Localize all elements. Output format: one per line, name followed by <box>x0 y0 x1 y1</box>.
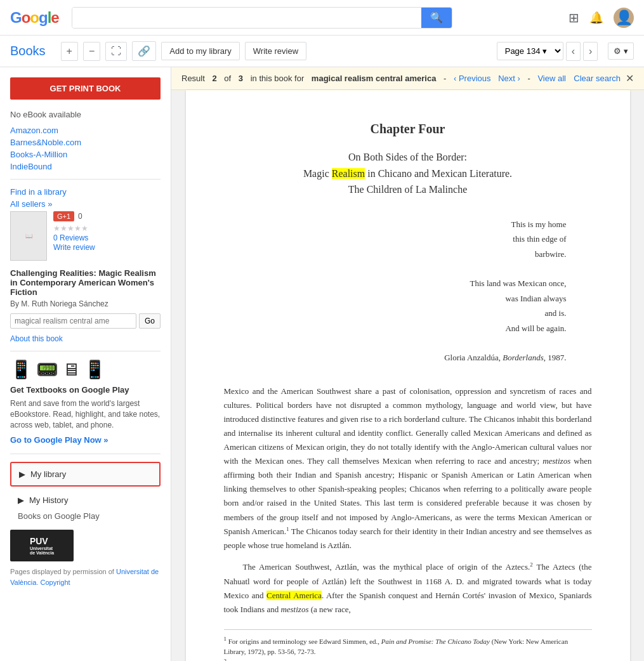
textbooks-desc: Rent and save from the world's largest e… <box>10 398 161 430</box>
textbooks-title: Get Textbooks on Google Play <box>10 385 161 395</box>
poem-line-2: this thin edge of <box>224 232 567 246</box>
textbooks-section: 📱 📟 🖥 📱 Get Textbooks on Google Play Ren… <box>10 359 161 445</box>
add-to-library-button[interactable]: Add to my library <box>161 42 240 60</box>
footnotes: 1 For origins and terminology see Edward… <box>224 629 592 661</box>
of-text: of <box>224 74 231 83</box>
book-subtitle: On Both Sides of the Border: Magic Reali… <box>224 149 592 198</box>
books-toolbar: Books + − ⛶ 🔗 Add to my library Write re… <box>0 36 644 67</box>
book-author: By M. Ruth Noriega Sánchez <box>10 299 161 308</box>
next-result-link[interactable]: Next › <box>498 74 520 83</box>
phone-icon: 📱 <box>10 359 32 380</box>
search-button[interactable]: 🔍 <box>421 8 452 28</box>
my-history-label: My History <box>29 495 68 505</box>
gplus-area: G+1 0 <box>53 211 95 221</box>
poem-line-1: This is my home <box>224 217 567 232</box>
books-title[interactable]: Books <box>10 44 46 58</box>
book-preview: 📖 G+1 0 ★★★★★ 0 Reviews Write review <box>10 211 161 261</box>
get-print-book-button[interactable]: GET PRINT BOOK <box>10 77 161 100</box>
go-to-play-link[interactable]: Go to Google Play Now » <box>10 435 108 445</box>
book-body: Mexico and the American Southwest share … <box>224 384 592 617</box>
poem-line-3: barbwire. <box>224 247 567 261</box>
book-thumbnail: 📖 <box>10 211 47 261</box>
sidebar-divider-2 <box>10 351 161 351</box>
in-book-text: in this book for <box>251 74 305 83</box>
close-banner-button[interactable]: ✕ <box>626 72 634 84</box>
result-number: 2 <box>212 74 216 83</box>
chapter-title: Chapter Four <box>224 122 592 136</box>
fullscreen-button[interactable]: ⛶ <box>105 42 127 61</box>
all-sellers-link[interactable]: All sellers » <box>10 199 161 209</box>
page-select[interactable]: Page 134 ▾ <box>497 42 563 60</box>
poem-line-7: And will be again. <box>224 321 567 336</box>
result-total: 3 <box>239 74 243 83</box>
grid-icon[interactable]: ⊞ <box>568 10 579 25</box>
find-library-link[interactable]: Find in a library <box>10 187 161 197</box>
book-info: G+1 0 ★★★★★ 0 Reviews Write review <box>53 211 95 261</box>
search-in-book: Go <box>10 313 161 329</box>
footnote-1: 1 For origins and terminology see Edward… <box>224 635 592 657</box>
zoom-in-button[interactable]: + <box>61 42 78 61</box>
subtitle-line2-suffix: in Chicano and Mexican Literature. <box>365 168 512 179</box>
top-bar: Google magical realism central america 🔍… <box>0 0 644 36</box>
barnes-link[interactable]: Barnes&Noble.com <box>10 138 161 147</box>
poem-line-6: and is. <box>224 306 567 320</box>
next-page-button[interactable]: › <box>583 42 598 61</box>
settings-icon: ⚙ <box>614 46 621 56</box>
amazon-link[interactable]: Amazon.com <box>10 126 161 135</box>
search-icon: 🔍 <box>430 12 443 23</box>
stars-display: ★★★★★ <box>53 224 95 233</box>
book-search-button[interactable]: Go <box>139 313 161 329</box>
sidebar-divider-1 <box>10 179 161 180</box>
desktop-icon: 🖥 <box>62 359 80 380</box>
avatar[interactable]: 👤 <box>614 8 634 28</box>
main-layout: GET PRINT BOOK No eBook available Amazon… <box>0 67 644 661</box>
about-book-link[interactable]: About this book <box>10 334 63 343</box>
zoom-out-button[interactable]: − <box>83 42 100 61</box>
sidebar: GET PRINT BOOK No eBook available Amazon… <box>0 67 171 661</box>
search-term: magical realism central america <box>312 74 437 83</box>
poem-line-5: was Indian always <box>224 291 567 306</box>
body-paragraph-1: Mexico and the American Southwest share … <box>224 384 592 553</box>
my-history-item[interactable]: ▶ My History <box>10 492 161 509</box>
device-icons: 📱 📟 🖥 📱 <box>10 359 161 380</box>
notifications-icon[interactable]: 🔔 <box>589 11 603 25</box>
content-area: Result 2 of 3 in this book for magical r… <box>171 67 644 661</box>
top-right-icons: ⊞ 🔔 👤 <box>568 8 634 28</box>
poem-line-4: This land was Mexican once, <box>224 276 567 291</box>
permission-text: Pages displayed by permission of Univers… <box>10 566 161 587</box>
result-text: Result <box>181 74 205 83</box>
subtitle-line3: The Children of La Malinche <box>348 184 468 195</box>
publisher-logo: PUV Universitatde València <box>10 530 74 561</box>
search-input[interactable]: magical realism central america <box>72 8 421 28</box>
settings-button[interactable]: ⚙ ▾ <box>608 43 634 60</box>
gplus-button[interactable]: G+1 <box>53 211 74 221</box>
highlighted-phrase: Central America <box>266 591 322 600</box>
link-button[interactable]: 🔗 <box>132 41 156 61</box>
view-all-link[interactable]: View all <box>537 74 566 83</box>
my-library-label: My library <box>30 469 66 479</box>
books-a-million-link[interactable]: Books-A-Million <box>10 150 161 159</box>
no-ebook-label: No eBook available <box>10 110 161 119</box>
my-library-item[interactable]: ▶ My library <box>10 462 161 487</box>
banner-right: Clear search ✕ <box>574 72 634 84</box>
book-search-input[interactable] <box>10 313 136 329</box>
subtitle-line2-prefix: Magic <box>303 168 332 179</box>
sidebar-divider-3 <box>10 454 161 454</box>
prev-page-button[interactable]: ‹ <box>566 42 581 61</box>
poem-attribution: Gloria Anzaldúa, Borderlands, 1987. <box>224 350 567 365</box>
settings-arrow-icon: ▾ <box>624 46 628 56</box>
search-banner: Result 2 of 3 in this book for magical r… <box>171 67 644 90</box>
clear-search-link[interactable]: Clear search <box>574 74 621 83</box>
indiebound-link[interactable]: IndieBound <box>10 162 161 171</box>
books-on-play-label: Books on Google Play <box>10 509 161 523</box>
copyright-link[interactable]: Copyright <box>41 579 70 586</box>
poem-spacer-2 <box>224 336 567 350</box>
write-review-button[interactable]: Write review <box>245 42 306 60</box>
page-navigation: Page 134 ▾ ‹ › <box>497 42 598 61</box>
write-review-link[interactable]: Write review <box>53 243 95 252</box>
prev-result-link[interactable]: ‹ Previous <box>454 74 491 83</box>
gplus-count: 0 <box>78 212 82 221</box>
book-page: Chapter Four On Both Sides of the Border… <box>186 90 630 661</box>
my-history-arrow-icon: ▶ <box>18 495 24 505</box>
reviews-count-link[interactable]: 0 Reviews <box>53 233 88 242</box>
